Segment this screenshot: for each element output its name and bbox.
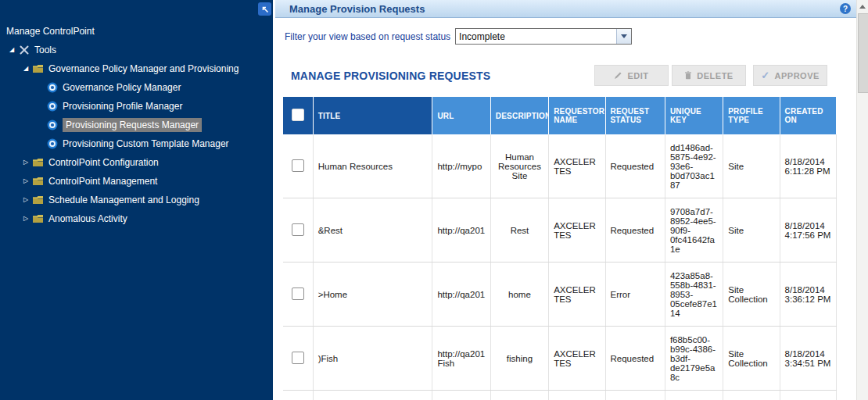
cell-url: http://qa201 — [432, 391, 490, 400]
edit-button[interactable]: EDIT — [594, 65, 669, 86]
tree-item-provisioning-custom-template-manager[interactable]: Provisioning Custom Template Manager — [0, 134, 273, 153]
cell-status: Requested — [605, 198, 665, 262]
tools-icon — [17, 45, 30, 56]
cell-unique-key: f68b5c00-b99c-4386-b3df-de2179e5a8c — [665, 327, 723, 391]
tree-item-provisioning-requests-manager[interactable]: Provisioning Requests Manager — [0, 116, 273, 134]
delete-button[interactable]: DELETE — [672, 65, 746, 86]
tree-item-governance-policy-manager[interactable]: Governance Policy Manager — [0, 78, 273, 97]
status-filter-dropdown[interactable]: Incomplete — [455, 28, 632, 45]
row-checkbox[interactable] — [292, 352, 304, 364]
row-checkbox[interactable] — [292, 159, 304, 172]
cell-title: )Fish — [313, 327, 432, 391]
manager-icon — [45, 138, 59, 150]
collapse-arrow-icon[interactable]: ▷ — [20, 209, 31, 228]
column-header-created-on: CREATED ON — [780, 97, 836, 134]
column-header-profile-type: PROFILE TYPE — [723, 97, 780, 134]
column-header-request-status: REQUEST STATUS — [605, 97, 665, 134]
approve-button[interactable]: ✓ APPROVE — [753, 65, 827, 86]
row-checkbox[interactable] — [292, 223, 304, 236]
column-header-unique-key: UNIQUE KEY — [665, 97, 723, 134]
chevron-down-icon — [621, 34, 627, 38]
scroll-up-button[interactable] — [857, 0, 868, 13]
expand-arrow-icon[interactable]: ◢ — [6, 41, 17, 59]
manager-icon — [45, 101, 59, 112]
delete-button-label: DELETE — [697, 71, 733, 80]
row-checkbox[interactable] — [292, 288, 304, 300]
folder-icon — [31, 176, 45, 188]
cell-created-on: 8/18/2014 4:17:56 PM — [780, 198, 836, 262]
checkmark-icon: ✓ — [761, 70, 769, 81]
select-all-checkbox[interactable] — [292, 109, 304, 121]
collapse-arrow-icon[interactable]: ▷ — [20, 191, 31, 209]
table-row: Human Resources http://mypo Human Resour… — [283, 134, 837, 198]
cell-url: http://qa201 — [432, 262, 490, 327]
table-row: 7RT http://qa201 7RTYUIh AXCELERTES Proc… — [283, 391, 837, 400]
table-row: >Home http://qa201 home AXCELERTES Error… — [283, 262, 837, 327]
manager-icon — [45, 120, 59, 131]
cell-status: Requested — [605, 327, 665, 391]
tree-item-label: Schedule Management and Logging — [48, 195, 199, 205]
manager-icon — [45, 82, 59, 94]
tree-item-label: Provisioning Profile Manager — [63, 101, 182, 112]
tree-item-controlpoint-configuration[interactable]: ▷ ControlPoint Configuration — [0, 153, 273, 172]
tree-item-controlpoint-management[interactable]: ▷ ControlPoint Management — [0, 172, 273, 191]
cell-unique-key: dd1486ad-5875-4e92-93e6-b0d703ac187 — [665, 134, 723, 198]
status-filter-value: Incomplete — [456, 29, 616, 44]
tree-item-schedule-management-and-logging[interactable]: ▷ Schedule Management and Logging — [0, 191, 273, 209]
cell-requestor: AXCELERTES — [549, 262, 605, 327]
cell-requestor: AXCELERTES — [549, 198, 605, 262]
collapse-arrow-icon[interactable]: ▷ — [20, 153, 31, 172]
vertical-scrollbar[interactable] — [856, 0, 868, 400]
column-header-description: DESCRIPTION — [490, 97, 548, 134]
cell-status: Error — [605, 262, 665, 327]
cell-profile-type: Site — [723, 134, 780, 198]
tree-item-tools[interactable]: ◢ Tools — [0, 41, 273, 59]
sidebar: Manage ControlPoint ◢ Tools ◢ Governance… — [0, 0, 273, 400]
tree-item-label: ControlPoint Management — [48, 176, 157, 187]
expand-arrow-icon[interactable]: ◢ — [20, 59, 31, 78]
sidebar-root-label: Manage ControlPoint — [6, 26, 95, 37]
cell-description: fishing — [490, 327, 548, 391]
tree-item-governance-policy-manager-and-provisioning[interactable]: ◢ Governance Policy Manager and Provisio… — [0, 59, 273, 78]
pencil-icon — [614, 71, 622, 80]
edit-button-label: EDIT — [627, 71, 648, 80]
cell-description: 7RTYUIh — [490, 391, 548, 400]
approve-button-label: APPROVE — [775, 71, 820, 80]
action-buttons: EDIT DELETE ✓ APPROVE — [591, 65, 827, 86]
trash-icon — [684, 71, 692, 80]
cell-description: Rest — [490, 198, 548, 262]
tree-item-label: Tools — [34, 45, 56, 55]
cell-url: http://mypo — [432, 134, 490, 198]
cell-created-on: 8/18/2014 3:36:12 PM — [780, 262, 836, 327]
cell-created-on: 8/18/2014 3:34:51 PM — [780, 327, 836, 391]
row-checkbox-cell — [283, 262, 313, 327]
filter-row: Filter your view based on request status… — [285, 28, 856, 45]
table-header-row: TITLE URL DESCRIPTION REQUESTOR NAME REQ… — [283, 97, 837, 134]
cell-profile-type: Site Collection — [723, 391, 780, 400]
tree-item-label: Anomalous Activity — [48, 213, 127, 224]
cell-created-on: 8/18/2014 3:33:29 PM — [780, 391, 836, 400]
tree-item-anomalous-activity[interactable]: ▷ Anomalous Activity — [0, 209, 273, 228]
tree-item-provisioning-profile-manager[interactable]: Provisioning Profile Manager — [0, 97, 273, 116]
tree-item-label: Governance Policy Manager — [63, 82, 181, 93]
popout-icon[interactable] — [258, 2, 271, 16]
tree-item-label-selected: Provisioning Requests Manager — [63, 118, 202, 132]
scrollbar-thumb[interactable] — [858, 13, 868, 93]
cell-unique-key: f8e9e997-6869-4792-bab5- — [665, 391, 723, 400]
cell-profile-type: Site Collection — [723, 327, 780, 391]
folder-icon — [31, 157, 45, 169]
dropdown-arrow-button[interactable] — [616, 29, 631, 44]
panel-header: Manage Provision Requests ? — [275, 0, 856, 18]
sidebar-root[interactable]: Manage ControlPoint — [0, 22, 273, 41]
collapse-arrow-icon[interactable]: ▷ — [20, 172, 31, 191]
cell-unique-key: 9708a7d7-8952-4ee5-90f9-0fc41642fa1e — [665, 198, 723, 262]
cell-title: Human Resources — [313, 134, 432, 198]
filter-label: Filter your view based on request status — [285, 31, 450, 42]
folder-icon — [31, 63, 45, 75]
help-icon[interactable]: ? — [840, 3, 851, 14]
row-checkbox-cell — [283, 134, 313, 198]
cell-description: home — [490, 262, 548, 327]
cell-status: Processing — [605, 391, 665, 400]
column-header-title: TITLE — [313, 97, 432, 134]
select-all-header — [283, 97, 313, 134]
